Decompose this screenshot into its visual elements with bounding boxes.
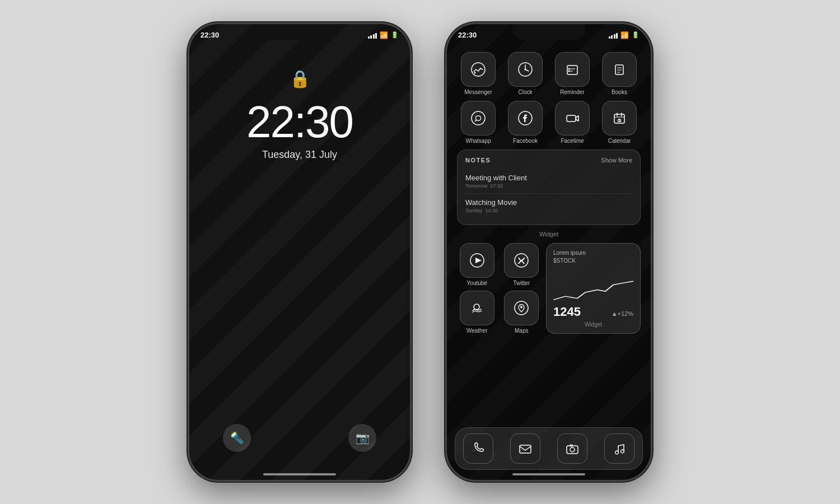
calendar-icon: 31 bbox=[602, 101, 637, 136]
dock-mail[interactable] bbox=[510, 433, 540, 464]
svg-point-26 bbox=[474, 304, 479, 310]
battery-icon: 🔋 bbox=[391, 31, 399, 39]
notes-show-more[interactable]: Show More bbox=[601, 157, 632, 164]
reminder-label: Reminder bbox=[560, 89, 584, 95]
dock-phone[interactable] bbox=[463, 433, 493, 464]
lock-icon: 🔒 bbox=[290, 69, 310, 88]
clock-icon bbox=[508, 52, 543, 87]
stock-value: 1245 bbox=[553, 305, 581, 319]
stock-bottom: 1245 ▲+12% bbox=[553, 305, 633, 319]
middle-icons: Twitter Maps bbox=[502, 243, 542, 334]
note-name-2: Watching Movie bbox=[465, 198, 632, 207]
weather-icon bbox=[460, 291, 494, 325]
svg-point-15 bbox=[472, 111, 485, 125]
widget-section-label: Widget bbox=[457, 231, 641, 237]
home-signal-icon bbox=[609, 32, 618, 39]
maps-icon bbox=[504, 291, 539, 325]
left-icons: Youtube Weather bbox=[457, 243, 497, 334]
svg-point-29 bbox=[520, 306, 522, 309]
app-maps[interactable]: Maps bbox=[502, 291, 542, 334]
torch-button[interactable]: 🔦 bbox=[223, 424, 251, 452]
weather-label: Weather bbox=[466, 328, 488, 334]
svg-rect-31 bbox=[567, 446, 578, 454]
app-row-1: Messenger Clock bbox=[457, 52, 641, 95]
dock bbox=[455, 427, 643, 470]
svg-point-9 bbox=[568, 68, 570, 70]
app-facebook[interactable]: Facebook bbox=[504, 101, 547, 144]
lockscreen-content: 🔒 22:30 Tuesday, 31 July bbox=[189, 69, 410, 161]
app-whatsapp[interactable]: Whatsapp bbox=[457, 101, 500, 144]
facetime-label: Facetime bbox=[561, 138, 584, 144]
notes-title: NOTES bbox=[465, 157, 491, 164]
svg-point-5 bbox=[525, 69, 526, 71]
home-indicator[interactable] bbox=[263, 473, 336, 475]
torch-icon: 🔦 bbox=[230, 431, 244, 445]
lock-date: Tuesday, 31 July bbox=[262, 149, 337, 161]
app-messenger[interactable]: Messenger bbox=[457, 52, 500, 95]
calendar-label: Calendar bbox=[608, 138, 631, 144]
twitter-label: Twitter bbox=[514, 280, 530, 286]
app-calendar[interactable]: 31 Calendar bbox=[598, 101, 641, 144]
clock-label: Clock bbox=[518, 89, 532, 95]
whatsapp-label: Whatsapp bbox=[465, 138, 491, 144]
camera-lock-icon: 📷 bbox=[356, 431, 370, 445]
messenger-icon bbox=[461, 52, 496, 87]
maps-label: Maps bbox=[515, 328, 528, 334]
whatsapp-icon bbox=[461, 101, 496, 136]
home-battery-icon: 🔋 bbox=[632, 31, 640, 39]
homescreen-content: Messenger Clock bbox=[447, 24, 651, 480]
notes-widget[interactable]: NOTES Show More Meeting with Client Tomo… bbox=[457, 150, 641, 225]
homescreen-phone: 22:30 📶 🔋 Mess bbox=[445, 22, 652, 482]
stock-chart bbox=[553, 265, 633, 305]
note-item-2[interactable]: Watching Movie Sunday 14:30 bbox=[465, 194, 632, 218]
twitter-icon bbox=[504, 243, 539, 278]
facebook-label: Facebook bbox=[513, 138, 538, 144]
books-icon bbox=[602, 52, 637, 87]
lockscreen-status-bar: 22:30 📶 🔋 bbox=[200, 31, 399, 39]
dock-camera[interactable] bbox=[557, 433, 587, 464]
stock-change: ▲+12% bbox=[612, 310, 633, 317]
svg-text:31: 31 bbox=[619, 119, 622, 122]
home-indicator-2[interactable] bbox=[512, 473, 585, 475]
stock-widget-label: Widget bbox=[553, 321, 633, 328]
note-meta-1: Tomorrow 07:30 bbox=[465, 183, 632, 189]
dock-music[interactable] bbox=[604, 433, 634, 464]
messenger-label: Messenger bbox=[464, 89, 492, 95]
youtube-icon bbox=[460, 243, 494, 278]
app-weather[interactable]: Weather bbox=[457, 291, 497, 334]
app-facetime[interactable]: Facetime bbox=[551, 101, 594, 144]
signal-icon bbox=[368, 32, 377, 39]
lock-time: 22:30 bbox=[246, 100, 353, 144]
camera-button[interactable]: 📷 bbox=[348, 424, 376, 452]
status-icons: 📶 🔋 bbox=[368, 31, 399, 39]
stock-header: Lorem ipsum $STOCK bbox=[553, 249, 633, 265]
note-meta-2: Sunday 14:30 bbox=[465, 208, 632, 213]
status-time: 22:30 bbox=[200, 31, 219, 39]
youtube-label: Youtube bbox=[467, 280, 487, 286]
home-status-icons: 📶 🔋 bbox=[609, 31, 640, 39]
svg-marker-25 bbox=[475, 258, 482, 263]
stock-widget[interactable]: Lorem ipsum $STOCK 1245 ▲+12% Widget bbox=[546, 243, 641, 334]
notes-header: NOTES Show More bbox=[465, 157, 632, 164]
facebook-icon bbox=[508, 101, 543, 136]
svg-point-32 bbox=[570, 447, 575, 452]
app-twitter[interactable]: Twitter bbox=[502, 243, 542, 286]
app-reminder[interactable]: Reminder bbox=[551, 52, 594, 95]
books-label: Books bbox=[612, 89, 627, 95]
app-youtube[interactable]: Youtube bbox=[457, 243, 497, 286]
note-item-1[interactable]: Meeting with Client Tomorrow 07:30 bbox=[465, 169, 632, 194]
svg-rect-30 bbox=[520, 445, 531, 453]
app-books[interactable]: Books bbox=[598, 52, 641, 95]
svg-rect-6 bbox=[567, 66, 577, 74]
reminder-icon bbox=[555, 52, 590, 87]
svg-point-10 bbox=[568, 71, 570, 72]
svg-rect-17 bbox=[567, 115, 576, 122]
widget-section: Youtube Weather bbox=[457, 243, 641, 334]
app-clock[interactable]: Clock bbox=[504, 52, 547, 95]
lockscreen-shortcuts: 🔦 📷 bbox=[189, 424, 410, 452]
svg-point-1 bbox=[474, 72, 476, 74]
wifi-icon: 📶 bbox=[380, 31, 388, 39]
homescreen-status-bar: 22:30 📶 🔋 bbox=[458, 31, 640, 39]
note-name-1: Meeting with Client bbox=[465, 174, 632, 182]
home-status-time: 22:30 bbox=[458, 31, 477, 39]
